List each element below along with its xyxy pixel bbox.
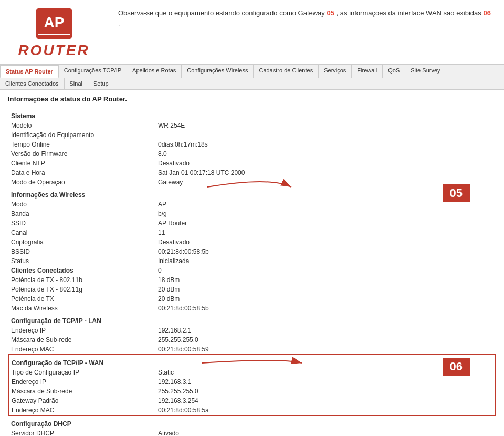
nav-tab-qos[interactable]: QoS	[383, 65, 405, 78]
field-label: Modo de Operação	[8, 178, 155, 187]
field-value: Sat Jan 01 00:17:18 UTC 2000	[155, 168, 496, 178]
field-label: Máscara de Sub-rede	[8, 335, 155, 345]
content-area: Informações de status do AP Router. Sist…	[0, 90, 504, 436]
logo-area: AP ROUTER	[10, 5, 97, 59]
nav-tab-configurações-wireless[interactable]: Configurações Wireless	[182, 65, 254, 78]
table-row: Canal11	[8, 228, 496, 237]
logo-text: ROUTER	[18, 42, 89, 59]
table-row: Potência de TX - 802.11b18 dBm	[8, 275, 496, 285]
field-label: BSSID	[8, 247, 155, 256]
field-value: Inicializada	[155, 256, 496, 266]
field-value: AP Router	[155, 219, 496, 228]
annotation-06-badge: 06	[443, 358, 470, 376]
field-value: 18 dBm	[155, 275, 496, 285]
router-logo-icon: AP	[33, 5, 75, 42]
table-row: Gateway Padrão192.168.3.254	[8, 396, 496, 406]
field-value: 192.168.3.1	[155, 377, 496, 387]
table-row: Sistema	[8, 108, 496, 121]
field-value: 192.168.2.1	[155, 326, 496, 335]
field-value: 255.255.255.0	[155, 387, 496, 396]
nav-tab-setup[interactable]: Setup	[88, 78, 114, 89]
field-label: Endereço MAC	[8, 345, 155, 355]
field-label: Endereço MAC	[8, 406, 155, 416]
nav-tab-firewall[interactable]: Firewall	[352, 65, 383, 78]
field-value: 00:21:8d:00:58:5b	[155, 304, 496, 313]
table-container: SistemaModeloWR 254EIdentificação do Equ…	[8, 108, 496, 436]
field-label: Clientes Conectados	[8, 266, 155, 275]
field-value: 00:21:8d:00:58:5a	[155, 406, 496, 416]
field-label: Endereço IP	[8, 326, 155, 335]
field-value: Desativado	[155, 237, 496, 247]
field-label: Banda	[8, 209, 155, 219]
note-text-end: .	[118, 20, 120, 28]
field-label: Gateway Padrão	[8, 396, 155, 406]
nav-tab-configurações-tcp/ip[interactable]: Configurações TCP/IP	[59, 65, 127, 78]
field-label: Modo	[8, 200, 155, 209]
field-label: Versão do Firmware	[8, 149, 155, 159]
nav-tabs: Status AP RouterConfigurações TCP/IPApel…	[0, 64, 504, 90]
field-value: 00:21:8d:00:58:5b	[155, 247, 496, 256]
table-row: Endereço IP192.168.3.1	[8, 377, 496, 387]
nav-tab-clientes-conectados[interactable]: Clientes Conectados	[0, 78, 65, 89]
table-row: SSIDAP Router	[8, 219, 496, 228]
logo-box: AP ROUTER	[10, 5, 97, 59]
table-row: Configuração DHCP	[8, 416, 496, 429]
table-row: CriptografiaDesativado	[8, 237, 496, 247]
table-row: BSSID00:21:8d:00:58:5b	[8, 247, 496, 256]
annotation-06-container: 06	[443, 358, 470, 376]
table-row: Configuração de TCP/IP - LAN	[8, 313, 496, 326]
header: AP ROUTER Observa-se que o equipamento e…	[0, 0, 504, 64]
table-row: StatusInicializada	[8, 256, 496, 266]
field-label: Endereço IP	[8, 377, 155, 387]
field-label: Cliente NTP	[8, 159, 155, 168]
field-value: WR 254E	[155, 121, 496, 130]
table-row: Endereço IP192.168.2.1	[8, 326, 496, 335]
field-label: Potência de TX - 802.11b	[8, 275, 155, 285]
field-label: Servidor DHCP	[8, 429, 155, 436]
field-value: 20 dBm	[155, 285, 496, 294]
svg-text:AP: AP	[44, 14, 64, 30]
field-label: Potência de TX	[8, 294, 155, 304]
note-text-before: Observa-se que o equipamento estando con…	[118, 9, 325, 17]
field-value: b/g	[155, 209, 496, 219]
nav-tab-serviços[interactable]: Serviços	[319, 65, 352, 78]
field-label: Potência de TX - 802.11g	[8, 285, 155, 294]
nav-tab-status-ap-router[interactable]: Status AP Router	[0, 65, 59, 78]
table-row: Cliente NTPDesativado	[8, 159, 496, 168]
table-row: Modo de OperaçãoGateway	[8, 178, 496, 187]
field-value: 192.168.3.254	[155, 396, 496, 406]
field-value: 20 dBm	[155, 294, 496, 304]
field-value: 11	[155, 228, 496, 237]
table-row: Data e HoraSat Jan 01 00:17:18 UTC 2000	[8, 168, 496, 178]
nav-tab-sinal[interactable]: Sinal	[65, 78, 88, 89]
page-title: Informações de status do AP Router.	[8, 95, 496, 103]
table-row: Máscara de Sub-rede255.255.255.0	[8, 387, 496, 396]
table-row: Potência de TX20 dBm	[8, 294, 496, 304]
field-label: Data e Hora	[8, 168, 155, 178]
annotation-05-container: 05	[443, 184, 470, 202]
field-label: SSID	[8, 219, 155, 228]
table-row: Informações da Wireless	[8, 187, 496, 200]
field-value: 00:21:8d:00:58:59	[155, 345, 496, 355]
field-label: Tempo Online	[8, 140, 155, 149]
table-row: Endereço MAC00:21:8d:00:58:59	[8, 345, 496, 355]
field-value: Ativado	[155, 429, 496, 436]
table-row: Potência de TX - 802.11g20 dBm	[8, 285, 496, 294]
table-row: Configuração de TCP/IP - WAN	[8, 355, 496, 368]
note-number-05: 05	[327, 9, 334, 17]
header-note: Observa-se que o equipamento estando con…	[97, 5, 494, 30]
table-row: Tipo de Configuração IPStatic	[8, 368, 496, 377]
field-label: Mac da Wireless	[8, 304, 155, 313]
field-value: 0dias:0h:17m:18s	[155, 140, 496, 149]
field-label: Criptografia	[8, 237, 155, 247]
field-label: Status	[8, 256, 155, 266]
note-text-middle: , as informações da interface WAN são ex…	[337, 9, 481, 17]
field-label: Modelo	[8, 121, 155, 130]
table-row: Versão do Firmware8.0	[8, 149, 496, 159]
nav-tab-apelidos-e-rotas[interactable]: Apelidos e Rotas	[127, 65, 182, 78]
nav-tab-cadastro-de-clientes[interactable]: Cadastro de Clientes	[254, 65, 319, 78]
nav-tab-site-survey[interactable]: Site Survey	[405, 65, 446, 78]
note-number-06: 06	[483, 9, 490, 17]
field-label: Identificação do Equipamento	[8, 130, 155, 140]
field-value: 8.0	[155, 149, 496, 159]
